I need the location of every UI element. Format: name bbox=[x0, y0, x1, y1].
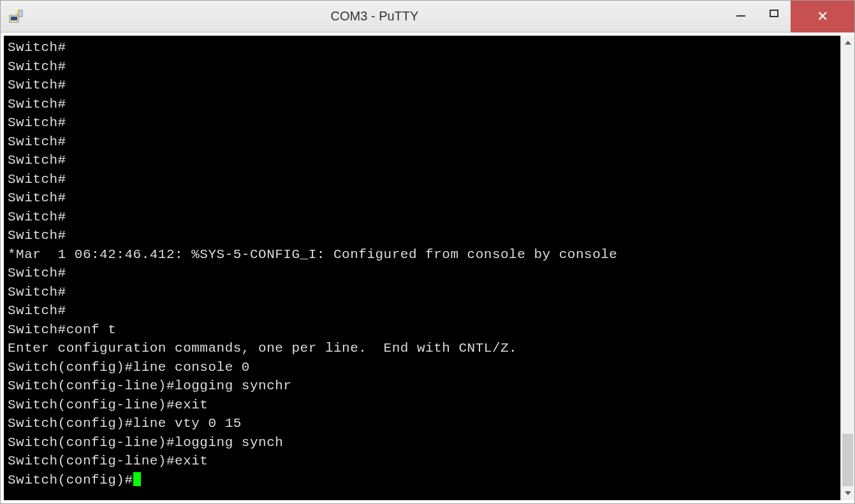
terminal-line: Switch# bbox=[8, 76, 837, 95]
terminal-output[interactable]: Switch#Switch#Switch#Switch#Switch#Switc… bbox=[4, 36, 840, 500]
scroll-track[interactable] bbox=[841, 50, 854, 486]
prompt-text: Switch(config)# bbox=[8, 473, 133, 487]
terminal-line: Switch# bbox=[8, 95, 837, 114]
terminal-line: Switch# bbox=[8, 264, 837, 283]
close-icon: ✕ bbox=[817, 10, 828, 24]
minimize-icon bbox=[736, 15, 745, 17]
putty-app-icon bbox=[7, 8, 25, 25]
terminal-line: Switch(config-line)#exit bbox=[8, 452, 837, 471]
terminal-line: Switch# bbox=[8, 151, 837, 170]
terminal-line: Enter configuration commands, one per li… bbox=[8, 339, 837, 358]
scroll-up-button[interactable] bbox=[841, 36, 854, 50]
terminal-cursor bbox=[133, 472, 141, 486]
close-button[interactable]: ✕ bbox=[791, 1, 854, 32]
window-title: COM3 - PuTTY bbox=[25, 9, 724, 24]
terminal-line: Switch(config)#line vty 0 15 bbox=[8, 414, 837, 433]
terminal-line: Switch# bbox=[8, 38, 837, 57]
client-area: Switch#Switch#Switch#Switch#Switch#Switc… bbox=[1, 32, 854, 503]
minimize-button[interactable] bbox=[724, 1, 757, 26]
terminal-line: Switch(config)#line console 0 bbox=[8, 358, 837, 377]
terminal-prompt-line: Switch(config)# bbox=[8, 471, 837, 490]
titlebar[interactable]: COM3 - PuTTY ✕ bbox=[1, 1, 854, 32]
terminal-line: Switch# bbox=[8, 226, 837, 245]
terminal-line: Switch# bbox=[8, 283, 837, 302]
terminal-line: Switch(config-line)#logging synch bbox=[8, 433, 837, 452]
maximize-button[interactable] bbox=[757, 1, 791, 26]
terminal-line: Switch# bbox=[8, 208, 837, 227]
terminal-line: *Mar 1 06:42:46.412: %SYS-5-CONFIG_I: Co… bbox=[8, 245, 837, 264]
terminal-line: Switch# bbox=[8, 170, 837, 189]
maximize-icon bbox=[770, 10, 778, 17]
putty-window: COM3 - PuTTY ✕ Switch#Switch#Switch#Swit… bbox=[0, 0, 855, 504]
terminal-line: Switch(config-line)#logging synchr bbox=[8, 377, 837, 396]
window-controls: ✕ bbox=[724, 1, 854, 32]
terminal-line: Switch# bbox=[8, 301, 837, 320]
scroll-down-button[interactable] bbox=[841, 486, 854, 500]
svg-rect-1 bbox=[11, 17, 17, 20]
vertical-scrollbar[interactable] bbox=[840, 36, 854, 500]
scroll-thumb[interactable] bbox=[842, 434, 853, 486]
terminal-line: Switch# bbox=[8, 189, 837, 208]
terminal-line: Switch# bbox=[8, 57, 837, 76]
terminal-line: Switch(config-line)#exit bbox=[8, 396, 837, 415]
terminal-line: Switch# bbox=[8, 133, 837, 152]
terminal-line: Switch#conf t bbox=[8, 320, 837, 340]
terminal-line: Switch# bbox=[8, 113, 837, 133]
